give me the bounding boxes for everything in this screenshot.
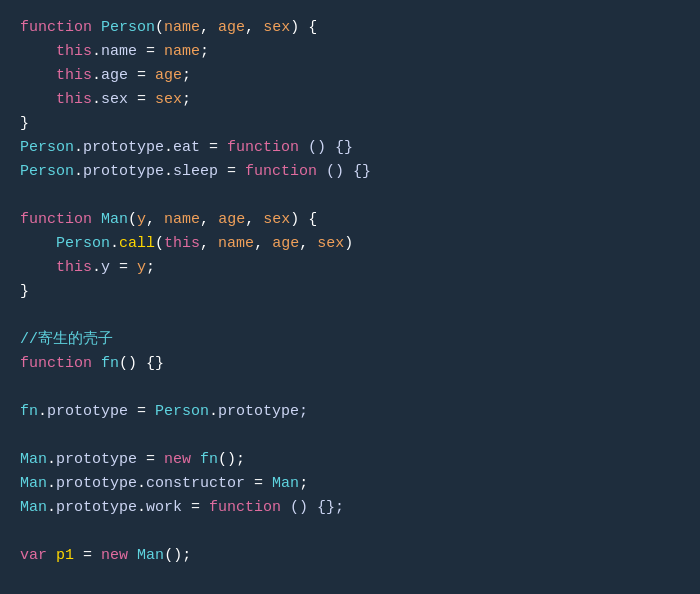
code-line-24 xyxy=(20,568,680,592)
code-line-3: this . age = age ; xyxy=(20,64,680,88)
keyword-function: function xyxy=(20,16,92,40)
code-line-12: } xyxy=(20,280,680,304)
code-line-1: function Person ( name , age , sex ) { xyxy=(20,16,680,40)
code-line-15: function fn () {} xyxy=(20,352,680,376)
code-line-16 xyxy=(20,376,680,400)
code-line-13 xyxy=(20,304,680,328)
code-line-19: Man . prototype = new fn (); xyxy=(20,448,680,472)
code-line-17: fn . prototype = Person . prototype; xyxy=(20,400,680,424)
code-line-2: this . name = name ; xyxy=(20,40,680,64)
code-line-18 xyxy=(20,424,680,448)
code-line-9: function Man ( y , name , age , sex ) { xyxy=(20,208,680,232)
code-line-21: Man . prototype . work = function () {}; xyxy=(20,496,680,520)
code-line-22 xyxy=(20,520,680,544)
code-line-23: var p1 = new Man (); xyxy=(20,544,680,568)
code-line-14: //寄生的壳子 xyxy=(20,328,680,352)
code-line-7: Person . prototype . sleep = function ()… xyxy=(20,160,680,184)
code-line-4: this . sex = sex ; xyxy=(20,88,680,112)
code-line-6: Person . prototype . eat = function () {… xyxy=(20,136,680,160)
fn-person: Person xyxy=(101,16,155,40)
code-line-8 xyxy=(20,184,680,208)
code-line-11: this . y = y ; xyxy=(20,256,680,280)
code-line-20: Man . prototype . constructor = Man ; xyxy=(20,472,680,496)
code-line-5: } xyxy=(20,112,680,136)
code-line-10: Person . call ( this , name , age , sex … xyxy=(20,232,680,256)
code-editor: function Person ( name , age , sex ) { t… xyxy=(0,0,700,594)
